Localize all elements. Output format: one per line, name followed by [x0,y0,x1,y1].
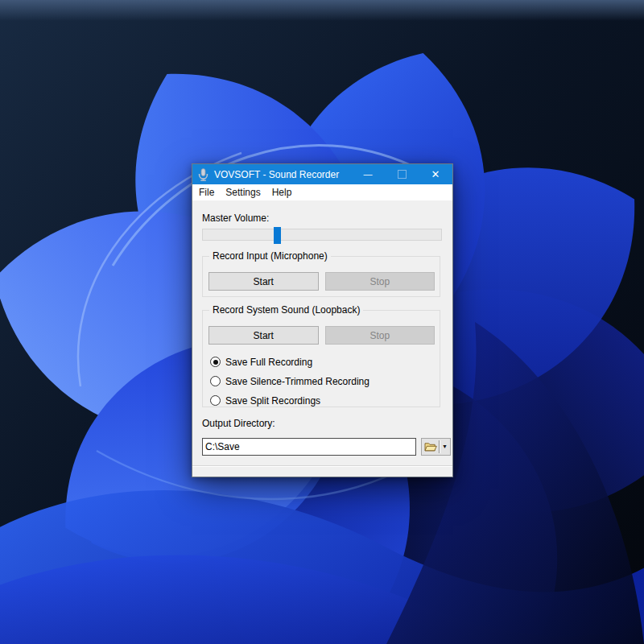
window-title: VOVSOFT - Sound Recorder [214,169,339,180]
group-record-input: Record Input (Microphone) Start Stop [202,256,440,297]
output-directory-input[interactable] [202,438,416,456]
loopback-stop-button[interactable]: Stop [325,326,436,345]
radio-icon [210,395,221,406]
bottom-divider [192,465,452,467]
record-system-title: Record System Sound (Loopback) [209,304,363,316]
open-folder-icon [422,442,439,452]
output-directory-label: Output Directory: [202,418,275,429]
radio-label: Save Full Recording [225,357,312,368]
app-window: VOVSOFT - Sound Recorder — ✕ File Settin… [192,163,453,477]
maximize-icon [398,170,407,179]
mic-start-button[interactable]: Start [208,272,319,291]
record-input-title: Record Input (Microphone) [209,250,331,262]
browse-folder-button[interactable]: ▼ [421,438,451,456]
radio-label: Save Silence-Trimmed Recording [225,376,369,387]
maximize-button[interactable] [385,164,419,184]
dropdown-arrow-icon[interactable]: ▼ [440,439,450,455]
close-icon: ✕ [431,168,440,180]
loopback-start-button[interactable]: Start [208,326,319,345]
radio-save-full[interactable]: Save Full Recording [210,355,312,369]
menu-settings[interactable]: Settings [220,184,266,200]
caption-buttons: — ✕ [351,164,452,184]
record-input-buttons: Start Stop [208,272,435,291]
minimize-button[interactable]: — [351,164,385,184]
client-area: Master Volume: Record Input (Microphone)… [192,200,452,477]
master-volume-slider[interactable] [202,229,442,241]
group-record-system: Record System Sound (Loopback) Start Sto… [202,310,440,407]
radio-save-split[interactable]: Save Split Recordings [210,394,320,407]
menubar: File Settings Help [192,184,452,200]
menu-file[interactable]: File [193,184,220,200]
master-volume-label: Master Volume: [202,213,269,224]
radio-icon [210,357,221,367]
microphone-icon [197,168,209,181]
mic-stop-button[interactable]: Stop [325,272,436,291]
titlebar[interactable]: VOVSOFT - Sound Recorder — ✕ [192,164,452,184]
radio-save-silence-trimmed[interactable]: Save Silence-Trimmed Recording [210,374,369,388]
minimize-icon: — [364,169,373,179]
menu-help[interactable]: Help [266,184,298,200]
close-button[interactable]: ✕ [419,164,452,184]
radio-icon [210,376,221,386]
radio-label: Save Split Recordings [225,395,320,407]
volume-slider-thumb[interactable] [274,227,281,244]
record-system-buttons: Start Stop [208,326,435,345]
desktop: VOVSOFT - Sound Recorder — ✕ File Settin… [0,0,644,644]
